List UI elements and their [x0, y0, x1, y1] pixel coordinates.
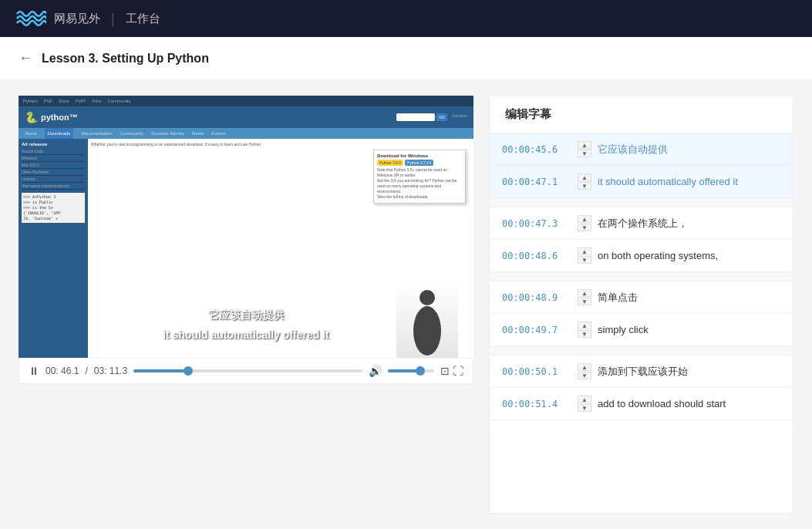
- subtitle-row-4: 00:00:48.6 ▲ ▼ on both operating systems…: [490, 240, 793, 272]
- stepper-down-7[interactable]: ▼: [578, 372, 591, 379]
- subtitle-text-6: simply click: [598, 324, 780, 335]
- py-header: 🐍 python™ GO Socialize: [19, 106, 473, 128]
- windowed-button[interactable]: ⊡: [440, 365, 450, 377]
- py-signin: Socialize: [452, 113, 467, 121]
- stepper-down-8[interactable]: ▼: [578, 404, 591, 412]
- py-nav-item: Community: [107, 99, 130, 103]
- time-separator: /: [85, 366, 87, 376]
- stepper-up-6[interactable]: ▲: [578, 322, 591, 329]
- stepper-down-3[interactable]: ▼: [578, 224, 591, 231]
- main-content: Python PSF Docs PyPI Jobs Community 🐍 py…: [0, 80, 812, 529]
- py-search-btn: GO: [436, 113, 447, 121]
- timestamp-5[interactable]: 00:00:48.9: [502, 292, 571, 303]
- py-btn-python3: Python 3.6.5: [377, 160, 403, 166]
- topnav: 网易见外 | 工作台: [0, 0, 812, 37]
- stepper-down-5[interactable]: ▼: [578, 298, 591, 305]
- py-sidebar-other: Other Platforms: [22, 169, 85, 176]
- py-sidebar-windows: Windows: [22, 155, 85, 162]
- py-menu-about: About: [25, 131, 37, 136]
- progress-bar[interactable]: [133, 369, 362, 372]
- svg-point-0: [419, 290, 435, 305]
- video-container[interactable]: Python PSF Docs PyPI Jobs Community 🐍 py…: [19, 96, 473, 358]
- subtitle-text-3: 在两个操作系统上，: [598, 217, 780, 231]
- subtitle-text-1: 它应该自动提供: [598, 143, 780, 157]
- nav-divider: |: [111, 11, 115, 27]
- stepper-down-2[interactable]: ▼: [578, 182, 591, 190]
- time-total: 03: 11.3: [94, 366, 127, 376]
- subtitle-panel: 编辑字幕 00:00:45.6 ▲ ▼ 它应该自动提供 00:00:47.1 ▲…: [489, 96, 793, 514]
- volume-thumb: [416, 366, 425, 376]
- timestamp-6[interactable]: 00:00:49.7: [502, 325, 571, 335]
- lesson-title: Lesson 3. Setting Up Python: [42, 52, 209, 66]
- volume-icon[interactable]: 🔊: [369, 365, 382, 377]
- play-pause-button[interactable]: ⏸: [29, 365, 39, 377]
- stepper-down-4[interactable]: ▼: [578, 256, 591, 264]
- py-download-popup: Download for Windows Python 3.6.5 Python…: [373, 150, 466, 204]
- py-sidebar-macos: Mac OS X: [22, 162, 85, 169]
- stepper-3[interactable]: ▲ ▼: [578, 215, 591, 231]
- subtitle-row-3: 00:00:47.3 ▲ ▼ 在两个操作系统上，: [490, 207, 793, 240]
- py-brand-name: python™: [41, 113, 78, 122]
- py-menu-community: Community: [120, 131, 143, 136]
- py-snake-icon: 🐍: [25, 111, 38, 123]
- video-subtitle-en: it should automatically offered it: [19, 329, 473, 341]
- py-popup-note: Note that Python 3.5+ cannot be used on …: [377, 167, 462, 200]
- py-menu-news: News: [192, 131, 204, 136]
- subtitle-row-5: 00:00:48.9 ▲ ▼ 简单点击: [490, 281, 793, 314]
- py-sidebar-license: License: [22, 176, 85, 183]
- timestamp-7[interactable]: 00:00:50.1: [502, 366, 571, 377]
- py-nav-item: Docs: [59, 99, 69, 103]
- fullscreen-button[interactable]: ⛶: [453, 365, 463, 377]
- py-nav-item: PyPI: [76, 99, 86, 103]
- workspace-label: 工作台: [126, 12, 160, 26]
- stepper-down-1[interactable]: ▼: [578, 150, 591, 157]
- timestamp-1[interactable]: 00:00:45.6: [502, 144, 571, 155]
- py-btn-group: Python 3.6.5 Python 2.7.14: [377, 160, 462, 166]
- video-section: Python PSF Docs PyPI Jobs Community 🐍 py…: [19, 96, 473, 514]
- stepper-4[interactable]: ▲ ▼: [578, 248, 591, 264]
- video-controls: ⏸ 00: 46.1 / 03: 11.3 🔊 ⊡ ⛶: [19, 358, 473, 384]
- stepper-up-3[interactable]: ▲: [578, 215, 591, 223]
- timestamp-8[interactable]: 00:00:51.4: [502, 399, 571, 409]
- stepper-up-1[interactable]: ▲: [578, 141, 591, 149]
- stepper-up-8[interactable]: ▲: [578, 396, 591, 403]
- py-popup-title: Download for Windows: [377, 153, 462, 158]
- stepper-up-5[interactable]: ▲: [578, 289, 591, 297]
- py-nav-item: Jobs: [92, 99, 102, 103]
- py-menu-events: Events: [211, 131, 225, 136]
- stepper-5[interactable]: ▲ ▼: [578, 289, 591, 305]
- subtitle-text-7: 添加到下载应该开始: [598, 365, 780, 379]
- progress-thumb: [184, 366, 193, 376]
- py-menu: About Downloads Documentation Community …: [19, 128, 473, 139]
- stepper-down-6[interactable]: ▼: [578, 330, 591, 338]
- app-name: 网易见外: [54, 12, 100, 26]
- py-menu-downloads: Downloads: [45, 128, 74, 139]
- stepper-2[interactable]: ▲ ▼: [578, 174, 591, 190]
- time-current: 00: 46.1: [45, 366, 79, 376]
- video-subtitle-cn: 它应该自动提供: [19, 308, 473, 322]
- person-silhouette: [404, 288, 450, 358]
- subtitle-row-1: 00:00:45.6 ▲ ▼ 它应该自动提供: [490, 133, 793, 166]
- stepper-8[interactable]: ▲ ▼: [578, 396, 591, 412]
- stepper-up-7[interactable]: ▲: [578, 363, 591, 371]
- stepper-up-4[interactable]: ▲: [578, 248, 591, 255]
- py-btn-python2: Python 2.7.14: [405, 160, 433, 166]
- subtitle-text-5: 简单点击: [598, 291, 780, 305]
- subtitle-text-2: it should automatically offered it: [598, 176, 780, 187]
- py-main-text: Whether you're new to programming or an …: [91, 142, 470, 148]
- stepper-7[interactable]: ▲ ▼: [578, 363, 591, 379]
- subtitle-row-6: 00:00:49.7 ▲ ▼ simply click: [490, 314, 793, 346]
- stepper-up-2[interactable]: ▲: [578, 174, 591, 181]
- timestamp-3[interactable]: 00:00:47.3: [502, 218, 571, 229]
- py-logo: 🐍 python™: [25, 111, 78, 123]
- volume-bar[interactable]: [388, 369, 434, 372]
- stepper-6[interactable]: ▲ ▼: [578, 322, 591, 338]
- logo-area: 网易见外 | 工作台: [15, 8, 160, 29]
- py-menu-docs: Documentation: [81, 131, 112, 136]
- progress-fill: [133, 369, 188, 372]
- timestamp-4[interactable]: 00:00:48.6: [502, 251, 571, 261]
- timestamp-2[interactable]: 00:00:47.1: [502, 177, 571, 187]
- back-button[interactable]: ←: [19, 50, 32, 66]
- stepper-1[interactable]: ▲ ▼: [578, 141, 591, 157]
- subtitle-row-2: 00:00:47.1 ▲ ▼ it should automatically o…: [490, 166, 793, 198]
